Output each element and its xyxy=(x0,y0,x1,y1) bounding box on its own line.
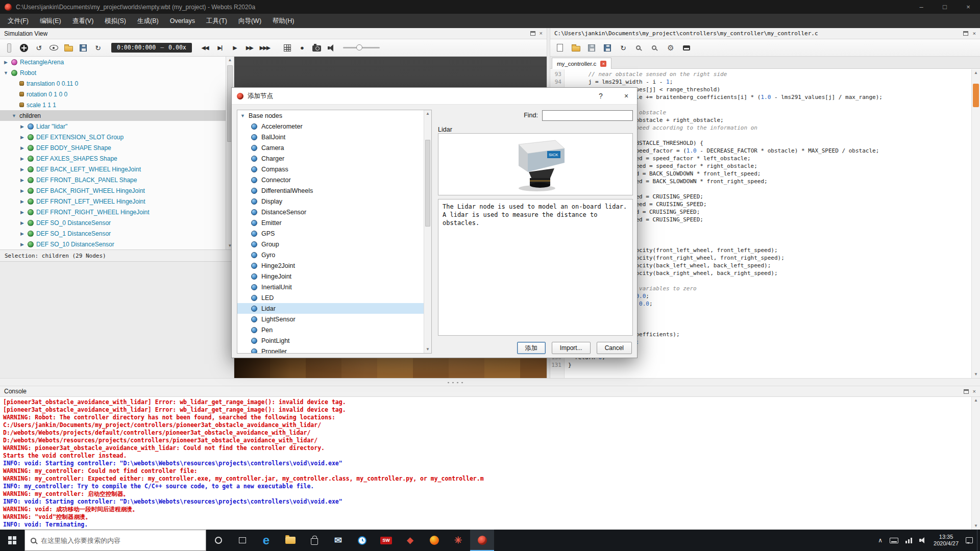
replace-button[interactable] xyxy=(650,42,659,54)
taskbar-file-explorer[interactable] xyxy=(278,530,302,551)
menu-item-0[interactable]: 文件(F) xyxy=(2,14,34,28)
expander-icon[interactable]: ▶ xyxy=(19,231,25,236)
expander-icon[interactable]: ▶ xyxy=(19,242,25,247)
tab-my-controller[interactable]: my_controller.c × xyxy=(552,58,611,69)
expander-icon[interactable]: ▶ xyxy=(19,167,25,172)
node-option-pointlight[interactable]: PointLight xyxy=(237,335,431,346)
tree-row-scale-1-1-1[interactable]: scale 1 1 1 xyxy=(0,99,226,110)
scroll-up-icon[interactable]: ▲ xyxy=(226,57,234,64)
expander-icon[interactable]: ▼ xyxy=(240,113,246,118)
node-option-lidar[interactable]: Lidar xyxy=(237,303,431,314)
tree-row-def-front-black-panel-shape[interactable]: ▶DEF FRONT_BLACK_PANEL Shape xyxy=(0,174,226,185)
rewind-button[interactable]: ◀◀ xyxy=(201,42,210,54)
tree-row-robot[interactable]: ▼Robot xyxy=(0,67,226,78)
save-all-button[interactable] xyxy=(603,42,612,54)
scroll-position-marker[interactable] xyxy=(973,84,979,107)
tree-row-def-front-left-wheel-hingejoint[interactable]: ▶DEF FRONT_LEFT_WHEEL HingeJoint xyxy=(0,196,226,207)
scroll-up-icon[interactable]: ▲ xyxy=(972,397,980,404)
open-file-button[interactable] xyxy=(571,42,580,54)
expander-icon[interactable]: ▼ xyxy=(3,70,9,76)
volume-icon[interactable] xyxy=(919,537,926,544)
node-option-group[interactable]: Group xyxy=(237,239,431,249)
menu-item-5[interactable]: Overlays xyxy=(164,14,201,28)
save-world-button[interactable] xyxy=(79,42,88,54)
search-input[interactable] xyxy=(41,537,200,544)
tree-row-lidar-lidar[interactable]: ▶Lidar "lidar" xyxy=(0,121,226,132)
hidden-icons-chevron[interactable]: ∧ xyxy=(878,537,883,544)
expander-icon[interactable]: ▶ xyxy=(19,124,25,129)
show-desktop-strip[interactable] xyxy=(977,530,980,551)
node-option-camera[interactable]: Camera xyxy=(237,142,431,153)
taskbar-webots[interactable] xyxy=(470,530,494,551)
taskbar-store[interactable] xyxy=(302,530,326,551)
node-option-hingejoint[interactable]: HingeJoint xyxy=(237,271,431,282)
expander-icon[interactable]: ▶ xyxy=(3,60,9,65)
tree-row-translation-0-0-11-0[interactable]: translation 0 0.11 0 xyxy=(0,78,226,89)
node-option-connector[interactable]: Connector xyxy=(237,174,431,185)
add-button[interactable]: 添加 xyxy=(517,342,546,354)
tree-row-def-body-shape-shape[interactable]: ▶DEF BODY_SHAPE Shape xyxy=(0,142,226,153)
close-button[interactable]: × xyxy=(957,0,980,14)
maximize-button[interactable]: □ xyxy=(933,0,957,14)
window-titlebar[interactable]: C:\Users\jankin\Documents\my_project\wor… xyxy=(0,0,980,14)
node-option-differentialwheels[interactable]: DifferentialWheels xyxy=(237,185,431,196)
node-option-compass[interactable]: Compass xyxy=(237,164,431,174)
dialog-group-base-nodes[interactable]: ▼Base nodes xyxy=(237,110,431,121)
scroll-down-icon[interactable]: ▼ xyxy=(972,371,980,378)
close-panel-icon[interactable]: × xyxy=(973,389,976,394)
node-option-inertialunit[interactable]: InertialUnit xyxy=(237,282,431,292)
expander-icon[interactable]: ▶ xyxy=(19,135,25,140)
import-button[interactable]: Import... xyxy=(552,342,591,354)
minimize-button[interactable]: – xyxy=(910,0,933,14)
close-panel-icon[interactable]: × xyxy=(972,31,976,36)
collapse-tree-button[interactable] xyxy=(5,42,14,54)
find-input[interactable] xyxy=(542,110,633,121)
dialog-help-button[interactable]: ? xyxy=(590,88,611,105)
expander-icon[interactable]: ▶ xyxy=(19,188,25,193)
volume-slider[interactable] xyxy=(343,47,380,48)
taskbar-alarms-clock[interactable] xyxy=(350,530,374,551)
tree-row-def-so-1-distancesensor[interactable]: ▶DEF SO_1 DistanceSensor xyxy=(0,228,226,239)
taskbar-solidworks-2018[interactable]: SW xyxy=(374,530,398,551)
node-option-pen[interactable]: Pen xyxy=(237,324,431,335)
node-option-emitter[interactable]: Emitter xyxy=(237,217,431,228)
attachment-button[interactable] xyxy=(682,42,691,54)
menu-item-3[interactable]: 模拟(S) xyxy=(99,14,132,28)
start-button[interactable] xyxy=(0,530,24,551)
taskbar-search[interactable] xyxy=(24,530,206,551)
taskbar-edge[interactable]: e xyxy=(254,530,278,551)
taskbar-cortana[interactable] xyxy=(206,530,230,551)
restore-viewpoint-button[interactable] xyxy=(49,42,58,54)
fast-forward-button[interactable]: ▶▶▶ xyxy=(260,42,270,54)
horizontal-splitter[interactable] xyxy=(0,378,980,386)
node-option-hinge2joint[interactable]: Hinge2Joint xyxy=(237,260,431,271)
scroll-up-icon[interactable]: ▲ xyxy=(972,69,980,77)
tree-row-def-so-0-distancesensor[interactable]: ▶DEF SO_0 DistanceSensor xyxy=(0,217,226,228)
scroll-down-icon[interactable]: ▼ xyxy=(972,522,980,530)
taskbar-firefox[interactable] xyxy=(422,530,446,551)
network-icon[interactable] xyxy=(905,538,912,543)
node-option-led[interactable]: LED xyxy=(237,292,431,303)
tree-row-rectanglearena[interactable]: ▶RectangleArena xyxy=(0,57,226,67)
console-scrollbar[interactable]: ▲ ▼ xyxy=(971,397,980,530)
node-option-accelerometer[interactable]: Accelerometer xyxy=(237,121,431,132)
node-option-propeller[interactable]: Propeller xyxy=(237,346,431,354)
scroll-up-icon[interactable]: ▲ xyxy=(424,110,431,117)
editor-scrollbar[interactable]: ▲ ▼ xyxy=(971,69,980,378)
screenshot-button[interactable] xyxy=(312,42,322,54)
close-panel-icon[interactable]: × xyxy=(540,31,543,36)
splitter-handle[interactable] xyxy=(446,382,464,384)
node-option-display[interactable]: Display xyxy=(237,196,431,207)
cancel-button[interactable]: Cancel xyxy=(597,342,632,354)
expander-icon[interactable]: ▶ xyxy=(19,178,25,183)
rendering-toggle-button[interactable] xyxy=(283,42,292,54)
tree-row-def-so-10-distancesensor[interactable]: ▶DEF SO_10 DistanceSensor xyxy=(0,239,226,249)
expander-icon[interactable]: ▶ xyxy=(19,220,25,226)
find-button[interactable] xyxy=(634,42,644,54)
menu-item-6[interactable]: 工具(T) xyxy=(201,14,233,28)
node-option-distancesensor[interactable]: DistanceSensor xyxy=(237,207,431,217)
play-button[interactable]: ▶ xyxy=(230,42,239,54)
tab-close-icon[interactable]: × xyxy=(600,61,606,67)
mute-button[interactable] xyxy=(327,42,336,54)
dialog-scrollbar[interactable]: ▲ ▼ xyxy=(424,110,431,353)
